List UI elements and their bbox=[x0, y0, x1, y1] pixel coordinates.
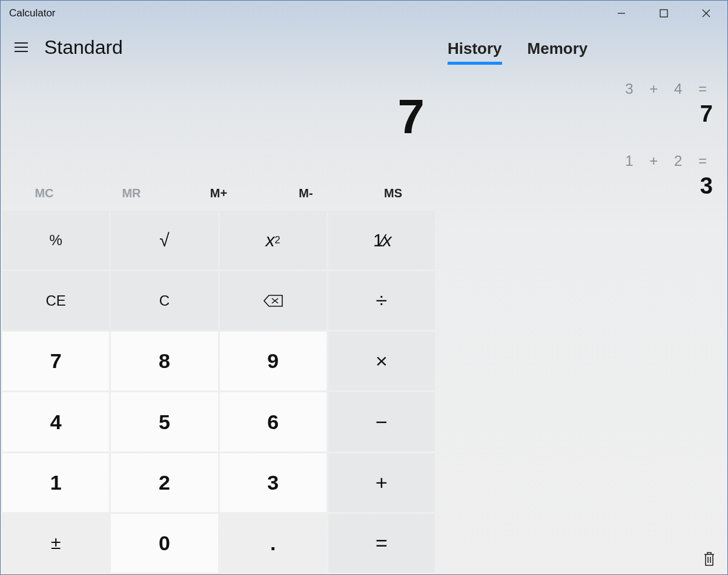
backspace-key[interactable] bbox=[220, 271, 326, 330]
divide-key[interactable]: ÷ bbox=[328, 271, 435, 330]
negate-key[interactable]: ± bbox=[2, 514, 109, 573]
recip-den: x bbox=[383, 230, 390, 250]
digit-3-key[interactable]: 3 bbox=[220, 453, 326, 512]
history-expression: 1 + 2 = bbox=[437, 153, 713, 169]
square-exponent: 2 bbox=[275, 234, 280, 246]
digit-4-key[interactable]: 4 bbox=[2, 392, 109, 451]
tab-memory[interactable]: Memory bbox=[528, 39, 588, 65]
window-controls bbox=[600, 1, 727, 26]
minimize-icon bbox=[617, 8, 626, 18]
digit-8-key[interactable]: 8 bbox=[111, 332, 217, 390]
mode-header: Standard bbox=[1, 26, 437, 68]
keypad: % √ x2 1⁄x CE C ÷ 7 bbox=[1, 209, 437, 574]
memory-store-button[interactable]: MS bbox=[349, 177, 437, 209]
mode-title: Standard bbox=[44, 36, 123, 59]
square-key[interactable]: x2 bbox=[220, 211, 326, 269]
sqrt-key[interactable]: √ bbox=[111, 211, 217, 269]
digit-1-key[interactable]: 1 bbox=[2, 453, 109, 512]
close-icon bbox=[701, 8, 711, 18]
content-area: Standard 7 MC MR M+ M- MS % √ x2 1⁄ bbox=[1, 26, 727, 574]
tab-history[interactable]: History bbox=[448, 39, 502, 65]
svg-rect-1 bbox=[660, 10, 667, 17]
minimize-button[interactable] bbox=[600, 1, 643, 26]
history-result: 3 bbox=[437, 173, 713, 199]
history-list: 3 + 4 = 7 1 + 2 = 3 bbox=[437, 65, 727, 199]
reciprocal-key[interactable]: 1⁄x bbox=[328, 211, 435, 269]
decimal-key[interactable]: . bbox=[220, 514, 326, 573]
history-result: 7 bbox=[437, 101, 713, 127]
menu-button[interactable] bbox=[8, 34, 35, 61]
history-expression: 3 + 4 = bbox=[437, 80, 713, 97]
window-title: Calculator bbox=[9, 7, 56, 19]
minus-key[interactable]: − bbox=[328, 392, 435, 451]
side-pane: History Memory 3 + 4 = 7 1 + 2 = 3 bbox=[437, 26, 727, 574]
close-button[interactable] bbox=[685, 1, 727, 26]
maximize-icon bbox=[660, 9, 668, 18]
percent-key[interactable]: % bbox=[2, 211, 109, 269]
digit-6-key[interactable]: 6 bbox=[220, 392, 326, 451]
history-item[interactable]: 3 + 4 = 7 bbox=[437, 80, 713, 127]
memory-row: MC MR M+ M- MS bbox=[1, 177, 437, 209]
memory-subtract-button[interactable]: M- bbox=[262, 177, 349, 209]
backspace-icon bbox=[263, 294, 283, 307]
square-base: x bbox=[266, 230, 275, 251]
memory-add-button[interactable]: M+ bbox=[175, 177, 262, 209]
display: 7 bbox=[1, 68, 437, 177]
digit-7-key[interactable]: 7 bbox=[2, 332, 109, 390]
clear-entry-key[interactable]: CE bbox=[2, 271, 109, 330]
clear-history-button[interactable] bbox=[700, 549, 719, 568]
calculator-pane: Standard 7 MC MR M+ M- MS % √ x2 1⁄ bbox=[1, 26, 437, 574]
digit-2-key[interactable]: 2 bbox=[111, 453, 217, 512]
trash-icon bbox=[703, 551, 716, 567]
hamburger-icon bbox=[14, 42, 28, 53]
equals-key[interactable]: = bbox=[328, 514, 435, 573]
side-tabs: History Memory bbox=[437, 39, 727, 65]
clear-key[interactable]: C bbox=[111, 271, 217, 330]
maximize-button[interactable] bbox=[643, 1, 685, 26]
digit-0-key[interactable]: 0 bbox=[111, 514, 217, 573]
titlebar: Calculator bbox=[1, 1, 727, 26]
recip-num: 1 bbox=[373, 230, 382, 250]
history-item[interactable]: 1 + 2 = 3 bbox=[437, 153, 713, 199]
plus-key[interactable]: + bbox=[328, 453, 435, 512]
memory-recall-button[interactable]: MR bbox=[88, 177, 175, 209]
calculator-window: Calculator Standard bbox=[0, 0, 728, 575]
display-value: 7 bbox=[398, 93, 425, 141]
digit-9-key[interactable]: 9 bbox=[220, 332, 326, 390]
memory-clear-button[interactable]: MC bbox=[1, 177, 88, 209]
multiply-key[interactable]: × bbox=[328, 332, 435, 390]
digit-5-key[interactable]: 5 bbox=[111, 392, 217, 451]
